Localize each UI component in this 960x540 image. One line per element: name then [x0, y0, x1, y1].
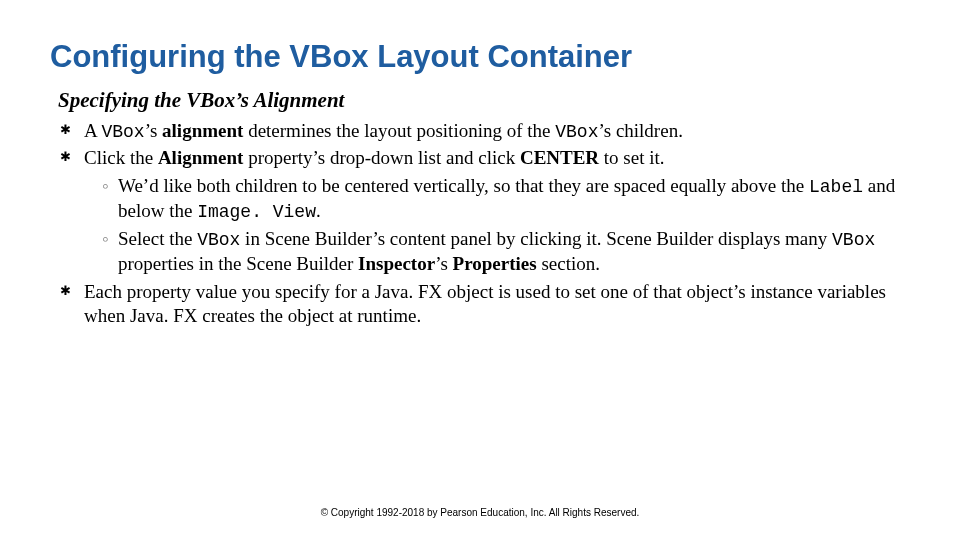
code: VBox	[101, 122, 144, 142]
text: Each property value you specify for a Ja…	[84, 281, 886, 326]
text: Select the	[118, 228, 197, 249]
text: .	[316, 200, 321, 221]
text: We’d like both children to be centered v…	[118, 175, 809, 196]
code: VBox	[555, 122, 598, 142]
slide-title: Configuring the VBox Layout Container	[50, 40, 910, 74]
bold: Inspector	[358, 253, 435, 274]
bold: Alignment	[158, 147, 244, 168]
text: section.	[537, 253, 600, 274]
text: determines the layout positioning of the	[243, 120, 555, 141]
sub-list: We’d like both children to be centered v…	[84, 174, 910, 275]
text: property’s drop-down list and click	[243, 147, 520, 168]
text: to set it.	[599, 147, 664, 168]
bullet-3: Each property value you specify for a Ja…	[58, 280, 910, 329]
code: VBox	[197, 230, 240, 250]
text: ’s	[435, 253, 452, 274]
text: Click the	[84, 147, 158, 168]
bold: CENTER	[520, 147, 599, 168]
bold: alignment	[162, 120, 243, 141]
code: VBox	[832, 230, 875, 250]
bullet-1: A VBox’s alignment determines the layout…	[58, 119, 910, 144]
code: Label	[809, 177, 863, 197]
bullet-list: A VBox’s alignment determines the layout…	[58, 119, 910, 328]
text: ’s	[145, 120, 162, 141]
slide-subtitle: Specifying the VBox’s Alignment	[58, 88, 910, 113]
text: properties in the Scene Builder	[118, 253, 358, 274]
code: Image. View	[197, 202, 316, 222]
sub-bullet-1: We’d like both children to be centered v…	[102, 174, 910, 224]
copyright-footer: © Copyright 1992-2018 by Pearson Educati…	[0, 507, 960, 518]
text: A	[84, 120, 101, 141]
bullet-2: Click the Alignment property’s drop-down…	[58, 146, 910, 276]
bold: Properties	[453, 253, 537, 274]
sub-bullet-2: Select the VBox in Scene Builder’s conte…	[102, 227, 910, 276]
text: ’s children.	[598, 120, 682, 141]
text: in Scene Builder’s content panel by clic…	[240, 228, 832, 249]
slide: Configuring the VBox Layout Container Sp…	[0, 0, 960, 540]
